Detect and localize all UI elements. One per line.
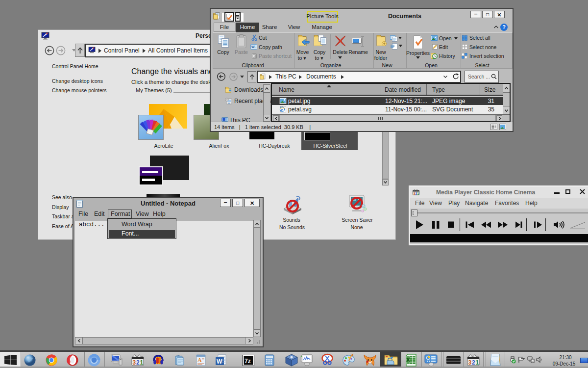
svg-text:2: 2 (472, 359, 475, 366)
svg-text:1: 1 (140, 359, 144, 366)
svg-text:e: e (281, 107, 283, 112)
svg-text:7z: 7z (245, 358, 251, 365)
svg-text:1: 1 (476, 359, 479, 366)
svg-text:W: W (217, 358, 222, 365)
svg-text:3: 3 (468, 359, 472, 366)
svg-text:W..: W.. (251, 45, 256, 49)
svg-text:3: 3 (133, 359, 136, 366)
svg-text:2: 2 (136, 359, 140, 366)
svg-text:A: A (197, 357, 202, 364)
svg-text:1: 1 (417, 192, 419, 195)
